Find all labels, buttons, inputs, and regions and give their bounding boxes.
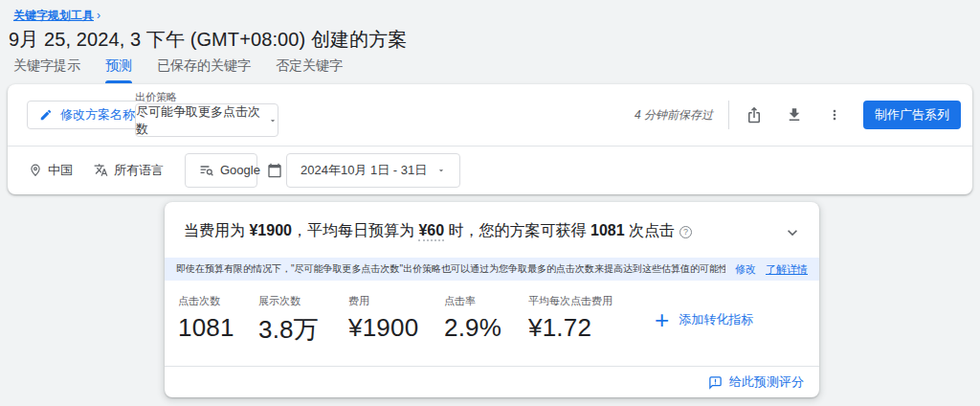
headline-text: 次点击 xyxy=(625,222,675,238)
filter-row: 中国 所有语言 Google 2024年10月 1日 - 31日 xyxy=(8,146,972,194)
dropdown-arrow-icon xyxy=(268,116,278,125)
headline-cost-value: ¥1900 xyxy=(249,222,292,238)
metric-value: ¥1.72 xyxy=(528,313,624,343)
add-conversion-metric-label: 添加转化指标 xyxy=(679,311,753,328)
headline-text: ，平均每日预算为 xyxy=(292,222,418,238)
bid-strategy-value: 尽可能争取更多点击次数 xyxy=(136,103,262,138)
page-title: 9月 25, 2024, 3 下午 (GMT+08:00) 创建的方案 xyxy=(9,27,407,53)
breadcrumb[interactable]: 关键字规划工具› xyxy=(13,8,100,24)
tab-negative-keywords[interactable]: 否定关键字 xyxy=(276,57,343,83)
bid-strategy-select[interactable]: 尽可能争取更多点击次数 xyxy=(135,103,278,137)
location-filter[interactable]: 中国 xyxy=(29,162,73,179)
language-filter[interactable]: 所有语言 xyxy=(94,162,164,179)
tab-saved-keywords[interactable]: 已保存的关键字 xyxy=(157,57,251,83)
metric-value: 1081 xyxy=(178,313,241,343)
forecast-headline: 当费用为 ¥1900，平均每日预算为 ¥60 时，您的方案可获得 1081 次点… xyxy=(165,202,819,258)
info-bar-edit-link[interactable]: 修改 xyxy=(735,262,756,277)
pencil-icon xyxy=(39,108,53,122)
keyword-planner-forecast-page: 关键字规划工具› 9月 25, 2024, 3 下午 (GMT+08:00) 创… xyxy=(0,0,980,406)
network-select[interactable]: Google xyxy=(185,153,257,188)
feedback-icon xyxy=(708,375,723,390)
translate-icon xyxy=(94,163,108,177)
headline-daily-budget-value[interactable]: ¥60 xyxy=(418,222,444,241)
language-filter-value: 所有语言 xyxy=(114,162,164,179)
bid-strategy-info-bar: 即使在预算有限的情况下，"尽可能争取更多点击次数"出价策略也可以通过为您争取最多… xyxy=(165,258,819,281)
date-range-select[interactable]: 2024年10月 1日 - 31日 xyxy=(286,153,460,188)
rate-forecast-label: 给此预测评分 xyxy=(729,373,804,391)
tab-keyword-ideas[interactable]: 关键字提示 xyxy=(13,57,80,83)
date-range-value: 2024年10月 1日 - 31日 xyxy=(301,162,427,179)
help-icon[interactable]: ? xyxy=(679,226,692,238)
collapse-card-button[interactable] xyxy=(783,223,802,242)
plus-icon: + xyxy=(655,307,669,332)
card-footer: 给此预测评分 xyxy=(165,366,819,397)
metric-clicks: 点击次数 1081 xyxy=(178,294,241,343)
metric-label: 平均每次点击费用 xyxy=(528,294,624,308)
create-campaign-button[interactable]: 制作广告系列 xyxy=(863,101,961,129)
tab-forecast[interactable]: 预测 xyxy=(105,57,132,83)
metric-value: 2.9% xyxy=(444,313,511,343)
metrics-row: 点击次数 1081 展示次数 3.8万 费用 ¥1900 点击率 2.9% 平均… xyxy=(165,281,819,347)
metric-label: 费用 xyxy=(348,294,427,308)
share-button[interactable] xyxy=(739,100,769,130)
headline-clicks-value: 1081 xyxy=(590,222,625,238)
headline-text: 当费用为 xyxy=(184,222,249,238)
metric-ctr: 点击率 2.9% xyxy=(444,294,511,343)
edit-plan-name-button[interactable]: 修改方案名称 xyxy=(27,101,147,129)
headline-text: 时，您的方案可获得 xyxy=(444,222,590,238)
dropdown-arrow-icon xyxy=(436,166,446,175)
download-icon xyxy=(786,106,803,124)
breadcrumb-link[interactable]: 关键字规划工具 xyxy=(13,9,94,22)
metric-value: 3.8万 xyxy=(258,313,331,347)
metric-value: ¥1900 xyxy=(348,313,427,343)
metric-label: 点击次数 xyxy=(178,294,241,308)
location-filter-value: 中国 xyxy=(48,162,73,179)
more-options-button[interactable] xyxy=(819,100,850,130)
metric-label: 展示次数 xyxy=(258,294,331,308)
search-network-icon xyxy=(199,164,214,177)
metric-avg-cpc: 平均每次点击费用 ¥1.72 xyxy=(528,294,624,343)
control-panel: 修改方案名称 出价策略 尽可能争取更多点击次数 4 分钟前保存过 xyxy=(8,84,972,194)
info-bar-learn-more-link[interactable]: 了解详情 xyxy=(766,262,808,277)
kebab-menu-icon xyxy=(827,107,842,123)
toolbar-divider xyxy=(728,101,729,129)
tab-bar: 关键字提示 预测 已保存的关键字 否定关键字 xyxy=(13,57,343,83)
toolbar-right: 4 分钟前保存过 制作广告系列 xyxy=(635,84,961,146)
calendar-icon xyxy=(267,163,282,178)
forecast-card: 当费用为 ¥1900，平均每日预算为 ¥60 时，您的方案可获得 1081 次点… xyxy=(165,202,819,397)
download-button[interactable] xyxy=(779,100,810,130)
breadcrumb-chevron-icon: › xyxy=(97,9,100,22)
edit-plan-name-label: 修改方案名称 xyxy=(60,106,135,124)
add-conversion-metric-button[interactable]: + 添加转化指标 xyxy=(655,307,753,332)
network-select-value: Google xyxy=(220,163,260,177)
location-pin-icon xyxy=(29,164,42,177)
info-bar-text: 即使在预算有限的情况下，"尽可能争取更多点击次数"出价策略也可以通过为您争取最多… xyxy=(176,262,725,276)
metric-cost: 费用 ¥1900 xyxy=(348,294,427,343)
saved-status: 4 分钟前保存过 xyxy=(635,107,713,124)
share-icon xyxy=(746,106,763,124)
rate-forecast-link[interactable]: 给此预测评分 xyxy=(708,373,804,391)
metric-impressions: 展示次数 3.8万 xyxy=(258,294,331,347)
metric-label: 点击率 xyxy=(444,294,511,308)
